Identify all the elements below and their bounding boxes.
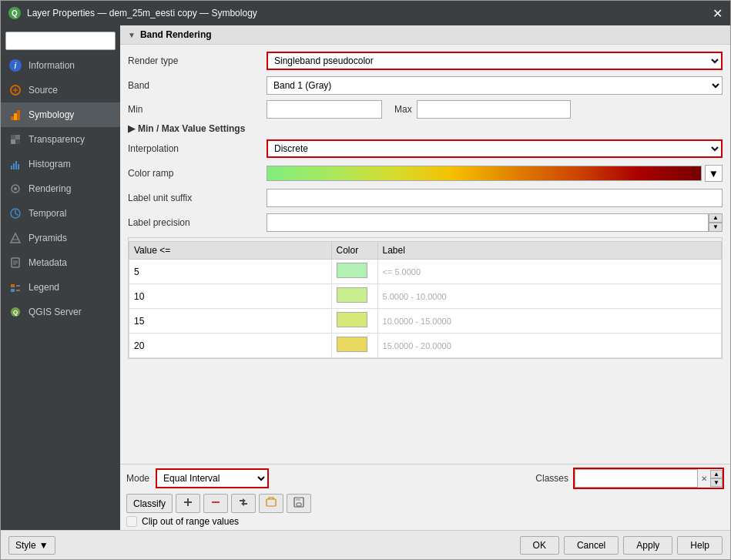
window-title: Layer Properties — dem_25m_eesti copy — …	[27, 8, 257, 18]
interpolation-label: Interpolation	[128, 143, 267, 154]
help-button[interactable]: Help	[677, 536, 723, 555]
color-ramp-bar[interactable]	[267, 166, 702, 181]
remove-class-icon	[210, 497, 221, 508]
label-text: 15.0000 - 20.0000	[383, 341, 451, 350]
max-input[interactable]: 260	[417, 100, 571, 119]
save-classes-button[interactable]	[287, 494, 311, 513]
color-ramp-dropdown-button[interactable]: ▼	[705, 165, 723, 182]
sidebar-item-rendering[interactable]: Rendering	[1, 176, 120, 201]
remove-class-button[interactable]	[203, 494, 228, 513]
footer-left: Style ▼	[8, 536, 55, 555]
label-cell: 5.0000 - 10.0000	[377, 284, 721, 309]
sidebar-item-metadata[interactable]: Metadata	[1, 250, 120, 275]
col-header-label: Label	[377, 242, 721, 260]
color-table-wrapper: Value <= Color Label 5 <= 5.0000	[128, 237, 723, 359]
clip-checkbox[interactable]	[126, 516, 137, 527]
sidebar-item-label-legend: Legend	[29, 282, 59, 293]
mode-select-wrapper: Equal Interval Continuous Quantile Jenks…	[156, 468, 269, 488]
label-precision-input[interactable]: 4	[267, 213, 709, 232]
classes-up-button[interactable]: ▲	[710, 470, 723, 478]
window: Q Layer Properties — dem_25m_eesti copy …	[0, 0, 731, 560]
load-classes-button[interactable]	[259, 494, 283, 513]
classify-button[interactable]: Classify	[126, 494, 173, 513]
sidebar-item-information[interactable]: i Information	[1, 53, 120, 78]
svg-rect-3	[17, 110, 20, 120]
main-body: i Information Source Symbology	[1, 25, 730, 530]
classes-clear-button[interactable]: ✕	[698, 474, 710, 483]
sidebar-item-qgis-server[interactable]: Q QGIS Server	[1, 300, 120, 324]
sidebar-item-histogram[interactable]: Histogram	[1, 152, 120, 176]
pyramids-icon	[8, 231, 22, 245]
sidebar-search-area	[1, 29, 120, 53]
max-label: Max	[394, 104, 412, 115]
color-swatch[interactable]	[337, 263, 367, 278]
svg-rect-22	[11, 289, 15, 292]
label-precision-control: 4 ▲ ▼	[267, 213, 723, 232]
svg-rect-30	[267, 499, 276, 506]
color-cell[interactable]	[331, 334, 377, 358]
sidebar-item-label-pyramids: Pyramids	[29, 233, 67, 243]
label-unit-row: Label unit suffix	[128, 188, 723, 208]
sidebar-item-label-source: Source	[29, 85, 58, 96]
color-ramp-row: Color ramp ▼	[128, 163, 723, 183]
svg-marker-15	[11, 233, 20, 243]
dialog-footer: Style ▼ OK Cancel Apply Help	[1, 530, 730, 559]
svg-rect-32	[296, 498, 300, 501]
precision-spinner: ▲ ▼	[709, 213, 723, 232]
color-ramp-control: ▼	[267, 165, 723, 182]
color-swatch[interactable]	[337, 287, 367, 303]
min-input[interactable]: 0	[267, 100, 382, 119]
sidebar-item-transparency[interactable]: Transparency	[1, 127, 120, 152]
svg-rect-4	[11, 135, 15, 139]
sidebar-item-legend[interactable]: Legend	[1, 275, 120, 300]
sidebar-item-temporal[interactable]: Temporal	[1, 201, 120, 226]
min-max-inline: 0 Max 260	[267, 100, 723, 119]
svg-rect-11	[18, 164, 19, 169]
sidebar-item-source[interactable]: Source	[1, 78, 120, 102]
svg-rect-5	[15, 135, 20, 139]
classes-spinner: ▲ ▼	[710, 470, 723, 487]
classes-down-button[interactable]: ▼	[710, 478, 723, 487]
label-cell: 15.0000 - 20.0000	[377, 334, 721, 358]
footer-right: OK Cancel Apply Help	[520, 536, 723, 555]
value-cell: 10	[129, 284, 332, 309]
color-cell[interactable]	[331, 284, 377, 309]
render-type-select[interactable]: Singleband pseudocolor Singleband gray M…	[267, 52, 723, 70]
label-unit-label: Label unit suffix	[128, 193, 267, 203]
sidebar-item-label-temporal: Temporal	[29, 208, 66, 219]
minmax-arrow-icon: ▶	[128, 123, 135, 134]
color-cell[interactable]	[331, 260, 377, 284]
label-cell: <= 5.0000	[377, 260, 721, 284]
sidebar-item-pyramids[interactable]: Pyramids	[1, 226, 120, 250]
sidebar-item-label-histogram: Histogram	[29, 159, 71, 169]
color-swatch[interactable]	[337, 337, 367, 352]
color-cell[interactable]	[331, 309, 377, 334]
sidebar-search-input[interactable]	[5, 32, 116, 50]
interpolation-select[interactable]: Discrete Linear Exact	[267, 139, 723, 158]
label-unit-input[interactable]	[267, 189, 723, 207]
label-precision-label: Label precision	[128, 217, 267, 228]
precision-down-button[interactable]: ▼	[709, 223, 723, 232]
form-area: Render type Singleband pseudocolor Singl…	[120, 45, 730, 464]
band-control: Band 1 (Gray)	[267, 76, 723, 95]
sidebar-item-label-qgis-server: QGIS Server	[29, 307, 82, 317]
mode-select[interactable]: Equal Interval Continuous Quantile Jenks…	[157, 470, 267, 487]
apply-button[interactable]: Apply	[623, 536, 672, 555]
reverse-classes-button[interactable]	[231, 494, 256, 513]
ok-button[interactable]: OK	[520, 536, 559, 555]
color-swatch[interactable]	[337, 312, 367, 327]
close-button[interactable]: ✕	[713, 6, 723, 21]
band-select[interactable]: Band 1 (Gray)	[267, 76, 723, 95]
style-button[interactable]: Style ▼	[8, 536, 55, 555]
bottom-toolbar: Mode Equal Interval Continuous Quantile …	[120, 464, 730, 530]
add-class-button[interactable]	[176, 494, 200, 513]
cancel-button[interactable]: Cancel	[564, 536, 619, 555]
svg-rect-9	[13, 163, 15, 169]
precision-up-button[interactable]: ▲	[709, 213, 723, 223]
transparency-icon	[8, 132, 22, 146]
classes-input[interactable]: 52	[575, 469, 698, 488]
band-label: Band	[128, 80, 267, 91]
sidebar-item-symbology[interactable]: Symbology	[1, 102, 120, 127]
svg-rect-8	[11, 166, 12, 169]
classes-wrapper: Classes 52 ✕ ▲ ▼	[535, 468, 724, 489]
